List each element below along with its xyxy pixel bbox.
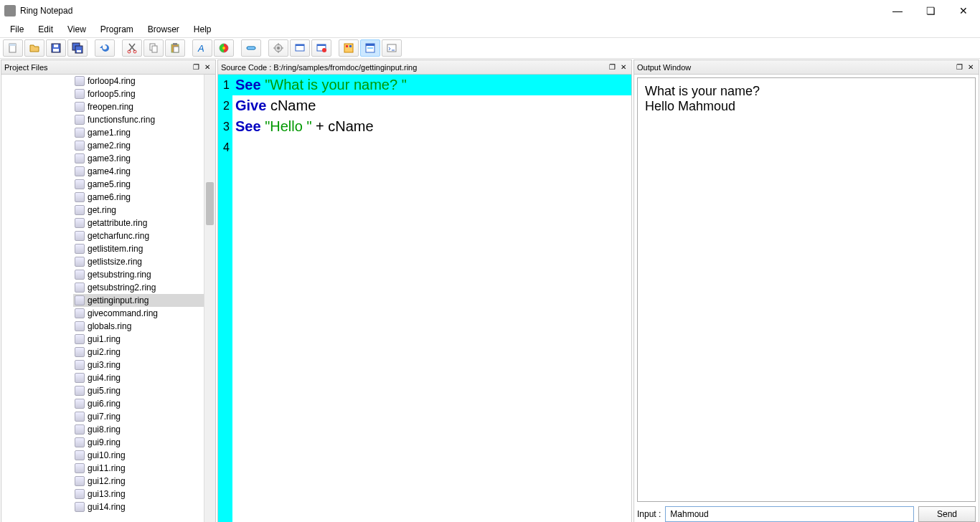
toolbar-browser-button[interactable] xyxy=(360,39,380,57)
file-label: game3.ring xyxy=(88,153,131,163)
toolbar-undo-button[interactable] xyxy=(95,39,115,57)
file-icon xyxy=(75,89,85,99)
close-button[interactable]: ✕ xyxy=(947,0,980,22)
toolbar-open-button[interactable] xyxy=(24,39,44,57)
code-line[interactable]: See "Hello " + cName xyxy=(232,116,631,137)
file-item[interactable]: gui13.ring xyxy=(73,488,204,500)
file-item[interactable]: gui14.ring xyxy=(73,500,204,513)
save-icon xyxy=(50,42,62,54)
panel-close-icon[interactable]: ✕ xyxy=(618,62,628,72)
toolbar-new-button[interactable] xyxy=(3,39,23,57)
toolbar-colors-button[interactable] xyxy=(214,39,234,57)
send-button[interactable]: Send xyxy=(918,506,976,522)
app-icon xyxy=(4,5,16,16)
toolbar-terminal-button[interactable] xyxy=(382,39,402,57)
file-item[interactable]: getlistitem.ring xyxy=(73,242,204,255)
svg-point-20 xyxy=(277,47,280,49)
file-item[interactable]: game4.ring xyxy=(73,165,204,178)
file-label: getlistitem.ring xyxy=(88,244,143,254)
file-item[interactable]: functionsfunc.ring xyxy=(73,113,204,126)
file-item[interactable]: getsubstring.ring xyxy=(73,268,204,281)
menu-browser[interactable]: Browser xyxy=(141,22,187,37)
menu-view[interactable]: View xyxy=(60,22,93,37)
toolbar-run-button[interactable] xyxy=(290,39,310,57)
file-tree[interactable]: forloop4.ringforloop5.ringfreopen.ringfu… xyxy=(1,75,204,522)
file-item[interactable]: freopen.ring xyxy=(73,100,204,113)
svg-point-25 xyxy=(322,48,326,52)
file-item[interactable]: game6.ring xyxy=(73,191,204,204)
toolbar-font-button[interactable]: A xyxy=(192,39,212,57)
file-item[interactable]: game5.ring xyxy=(73,178,204,191)
toolbar-build-button[interactable] xyxy=(268,39,288,57)
maximize-button[interactable]: ❏ xyxy=(914,0,947,22)
toolbar-find-button[interactable] xyxy=(241,39,261,57)
toolbar-save-button[interactable] xyxy=(46,39,66,57)
output-window-panel: Output Window ❐ ✕ What is your name? Hel… xyxy=(633,60,979,522)
menu-file[interactable]: File xyxy=(3,22,31,37)
file-item[interactable]: getsubstring2.ring xyxy=(73,281,204,294)
code-editor[interactable]: See "What is your name? "Give cNameSee "… xyxy=(232,75,631,522)
file-item[interactable]: get.ring xyxy=(73,204,204,217)
code-line[interactable]: See "What is your name? " xyxy=(232,75,631,95)
file-label: forloop5.ring xyxy=(88,89,136,99)
toolbar-paste-button[interactable] xyxy=(165,39,185,57)
file-item[interactable]: gui11.ring xyxy=(73,462,204,475)
file-item[interactable]: gui6.ring xyxy=(73,397,204,410)
file-item[interactable]: game1.ring xyxy=(73,126,204,139)
file-item[interactable]: gettinginput.ring xyxy=(73,294,204,307)
menu-help[interactable]: Help xyxy=(187,22,219,37)
file-icon xyxy=(75,102,85,112)
panel-float-icon[interactable]: ❐ xyxy=(191,62,201,72)
svg-rect-30 xyxy=(366,44,374,46)
file-label: game4.ring xyxy=(88,166,131,176)
toolbar-saveas-button[interactable] xyxy=(67,39,88,57)
file-item[interactable]: gui4.ring xyxy=(73,371,204,384)
file-item[interactable]: gui2.ring xyxy=(73,346,204,359)
panel-close-icon[interactable]: ✕ xyxy=(202,62,212,72)
menu-edit[interactable]: Edit xyxy=(31,22,60,37)
file-item[interactable]: gui9.ring xyxy=(73,436,204,449)
panel-close-icon[interactable]: ✕ xyxy=(966,62,976,72)
file-label: givecommand.ring xyxy=(88,308,158,318)
input-field[interactable] xyxy=(665,506,914,522)
file-item[interactable]: globals.ring xyxy=(73,320,204,333)
file-item[interactable]: givecommand.ring xyxy=(73,307,204,320)
toolbar-designer-button[interactable] xyxy=(339,39,359,57)
file-item[interactable]: getlistsize.ring xyxy=(73,255,204,268)
output-text[interactable]: What is your name? Hello Mahmoud xyxy=(637,77,976,502)
file-item[interactable]: gui1.ring xyxy=(73,333,204,346)
file-item[interactable]: gui10.ring xyxy=(73,449,204,462)
svg-rect-4 xyxy=(54,44,58,47)
file-icon xyxy=(75,192,85,202)
panel-float-icon[interactable]: ❐ xyxy=(607,62,617,72)
minimize-button[interactable]: — xyxy=(881,0,914,22)
file-item[interactable]: getcharfunc.ring xyxy=(73,229,204,242)
find-icon xyxy=(245,42,257,54)
file-item[interactable]: gui3.ring xyxy=(73,359,204,371)
toolbar-cut-button[interactable] xyxy=(122,39,142,57)
code-line[interactable] xyxy=(232,137,631,158)
toolbar-debug-button[interactable] xyxy=(311,39,331,57)
file-item[interactable]: gui12.ring xyxy=(73,475,204,488)
input-label: Input : xyxy=(637,509,661,519)
code-line[interactable]: Give cName xyxy=(232,95,631,116)
string-token: "Hello " xyxy=(265,118,311,134)
file-item[interactable]: game3.ring xyxy=(73,152,204,165)
menu-program[interactable]: Program xyxy=(93,22,141,37)
file-icon xyxy=(75,347,85,357)
file-item[interactable]: gui8.ring xyxy=(73,423,204,436)
file-item[interactable]: gui5.ring xyxy=(73,384,204,397)
file-item[interactable]: gui7.ring xyxy=(73,410,204,423)
scrollbar[interactable] xyxy=(204,75,215,522)
file-item[interactable]: getattribute.ring xyxy=(73,217,204,229)
svg-rect-1 xyxy=(9,44,16,46)
file-item[interactable]: forloop4.ring xyxy=(73,75,204,87)
file-item[interactable]: forloop5.ring xyxy=(73,87,204,100)
file-label: gui5.ring xyxy=(88,386,121,396)
keyword-token: Give xyxy=(235,98,270,113)
scrollbar-thumb[interactable] xyxy=(206,182,214,225)
toolbar-copy-button[interactable] xyxy=(143,39,164,57)
build-icon xyxy=(273,42,284,54)
file-item[interactable]: game2.ring xyxy=(73,139,204,152)
panel-float-icon[interactable]: ❐ xyxy=(954,62,964,72)
